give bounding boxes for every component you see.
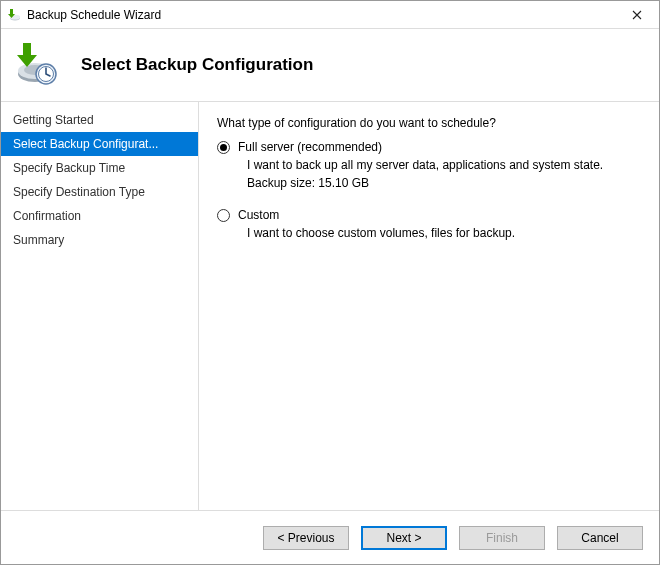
step-specify-destination-type[interactable]: Specify Destination Type bbox=[1, 180, 198, 204]
next-button[interactable]: Next > bbox=[361, 526, 447, 550]
cancel-button[interactable]: Cancel bbox=[557, 526, 643, 550]
steps-sidebar: Getting Started Select Backup Configurat… bbox=[1, 102, 199, 510]
finish-button: Finish bbox=[459, 526, 545, 550]
step-specify-backup-time[interactable]: Specify Backup Time bbox=[1, 156, 198, 180]
wizard-footer: < Previous Next > Finish Cancel bbox=[1, 510, 659, 564]
title-bar: Backup Schedule Wizard bbox=[1, 1, 659, 29]
step-summary[interactable]: Summary bbox=[1, 228, 198, 252]
previous-button[interactable]: < Previous bbox=[263, 526, 349, 550]
step-getting-started[interactable]: Getting Started bbox=[1, 108, 198, 132]
radio-icon bbox=[217, 209, 230, 222]
wizard-window: Backup Schedule Wizard Select Backup Con… bbox=[0, 0, 660, 565]
option-full-label: Full server (recommended) bbox=[238, 140, 382, 154]
option-full-server[interactable]: Full server (recommended) bbox=[217, 140, 641, 154]
app-icon bbox=[7, 7, 23, 23]
option-custom-description: I want to choose custom volumes, files f… bbox=[247, 226, 641, 240]
option-full-description: I want to back up all my server data, ap… bbox=[247, 158, 641, 172]
backup-size: Backup size: 15.10 GB bbox=[247, 176, 641, 190]
backup-wizard-icon bbox=[13, 41, 61, 89]
content-pane: What type of configuration do you want t… bbox=[199, 102, 659, 510]
step-confirmation[interactable]: Confirmation bbox=[1, 204, 198, 228]
config-prompt: What type of configuration do you want t… bbox=[217, 116, 641, 130]
wizard-header: Select Backup Configuration bbox=[1, 29, 659, 101]
option-custom-label: Custom bbox=[238, 208, 279, 222]
wizard-body: Getting Started Select Backup Configurat… bbox=[1, 101, 659, 510]
radio-icon bbox=[217, 141, 230, 154]
window-title: Backup Schedule Wizard bbox=[23, 8, 615, 22]
option-custom[interactable]: Custom bbox=[217, 208, 641, 222]
close-button[interactable] bbox=[615, 1, 659, 28]
page-heading: Select Backup Configuration bbox=[81, 55, 313, 75]
step-select-backup-configuration[interactable]: Select Backup Configurat... bbox=[1, 132, 198, 156]
